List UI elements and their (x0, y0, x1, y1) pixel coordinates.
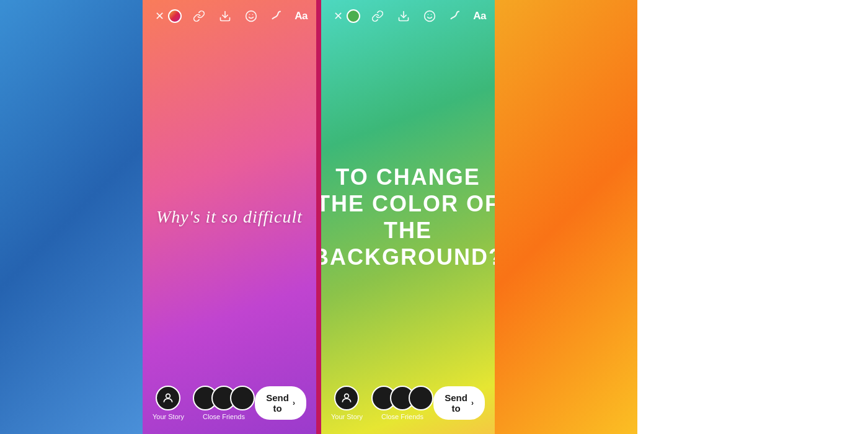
right-toolbar: ✕ (321, 0, 495, 32)
send-to-label-left: Send to (266, 392, 289, 414)
download-icon-left[interactable] (216, 7, 234, 25)
sticker-icon-right[interactable] (421, 7, 438, 25)
avatar-3-right (409, 386, 433, 410)
text-format-left[interactable]: Aa (294, 10, 308, 22)
send-to-button-left[interactable]: Send to › (255, 386, 306, 420)
close-friends-label-left: Close Friends (203, 413, 245, 420)
left-phone-panel: ✕ (143, 0, 316, 434)
draw-icon-right[interactable] (447, 7, 464, 25)
left-background (0, 0, 143, 434)
right-story-content: TO CHANGE THE COLOR OF THE BACKGROUND? (321, 0, 495, 434)
left-story-content: Why's it so difficult (143, 0, 316, 434)
your-story-label-left: Your Story (153, 413, 184, 420)
close-friends-option-right[interactable]: Close Friends (371, 386, 433, 420)
draw-icon-left[interactable] (268, 7, 286, 25)
send-to-chevron-left: › (293, 399, 295, 407)
left-toolbar-icons: Aa (168, 7, 308, 25)
close-friends-avatars-left (193, 386, 255, 410)
right-bottom-bar: Your Story Close Friends Send to › (321, 378, 495, 434)
svg-point-9 (345, 394, 349, 398)
your-story-avatar-right (334, 386, 359, 410)
your-story-option-left[interactable]: Your Story (153, 386, 184, 420)
send-to-chevron-right: › (471, 399, 474, 407)
right-background (495, 0, 637, 434)
link-icon-right[interactable] (369, 7, 386, 25)
link-icon-left[interactable] (190, 7, 208, 25)
color-picker-icon-left[interactable] (168, 9, 182, 23)
left-story-text: Why's it so difficult (156, 207, 303, 227)
avatar-3-left (230, 386, 255, 410)
send-to-button-right[interactable]: Send to › (433, 386, 485, 420)
right-toolbar-icons: Aa (347, 7, 486, 25)
right-story-text: TO CHANGE THE COLOR OF THE BACKGROUND? (321, 164, 495, 271)
close-friends-option-left[interactable]: Close Friends (193, 386, 255, 420)
left-toolbar: ✕ (143, 0, 316, 32)
download-icon-right[interactable] (395, 7, 412, 25)
text-format-right[interactable]: Aa (473, 10, 486, 22)
left-bottom-bar: Your Story Close Friends Send to › (143, 378, 316, 434)
your-story-label-right: Your Story (331, 413, 363, 420)
close-friends-label-right: Close Friends (381, 413, 423, 420)
your-story-option-right[interactable]: Your Story (331, 386, 363, 420)
sticker-icon-left[interactable] (242, 7, 260, 25)
close-friends-avatars-right (371, 386, 433, 410)
send-to-label-right: Send to (445, 392, 467, 414)
svg-point-4 (166, 394, 170, 398)
close-button-left[interactable]: ✕ (151, 7, 168, 25)
svg-point-6 (425, 11, 435, 22)
close-button-right[interactable]: ✕ (330, 7, 347, 25)
your-story-avatar-left (156, 386, 180, 410)
panel-separator (316, 0, 321, 434)
svg-point-1 (246, 11, 257, 22)
color-picker-icon-right[interactable] (347, 9, 360, 23)
right-phone-panel: ✕ (321, 0, 495, 434)
